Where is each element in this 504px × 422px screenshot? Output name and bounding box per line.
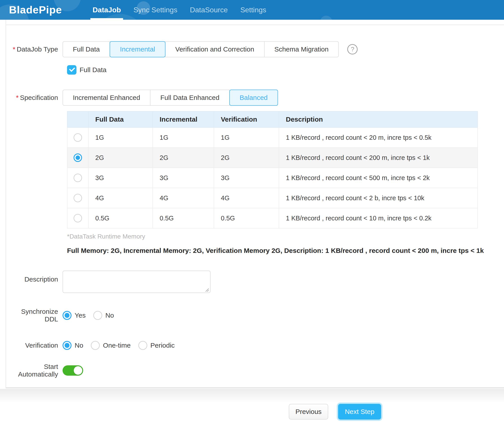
main-nav: DataJob Sync Settings DataSource Setting… [86, 0, 273, 20]
verification-row: Verification No One-time Periodic [6, 340, 504, 350]
spec-option-incremental-enhanced[interactable]: Incremental Enhanced [63, 90, 150, 106]
nav-tab-settings[interactable]: Settings [234, 0, 273, 20]
ddl-option-no[interactable]: No [93, 311, 114, 320]
verification-option-one-time[interactable]: One-time [91, 341, 131, 350]
datajob-type-row: *DataJob Type Full Data Incremental Veri… [6, 41, 504, 57]
col-verification: Verification [214, 111, 279, 128]
col-incremental: Incremental [153, 111, 214, 128]
datajob-type-group: Full Data Incremental Verification and C… [63, 41, 339, 57]
synchronize-ddl-row: Synchronize DDL Yes No [6, 311, 504, 320]
spec-row-radio[interactable] [73, 214, 82, 223]
col-radio [67, 111, 88, 128]
footer-shadow [0, 389, 504, 403]
spec-table-row[interactable]: 0.5G 0.5G 0.5G 1 KB/record , record coun… [67, 208, 478, 228]
spec-table-row[interactable]: 2G 2G 2G 1 KB/record , record count < 20… [67, 148, 478, 168]
datajob-form-card: *DataJob Type Full Data Incremental Veri… [6, 20, 504, 388]
spec-option-full-data-enhanced[interactable]: Full Data Enhanced [150, 90, 230, 106]
radio-icon[interactable] [138, 341, 147, 350]
spec-option-balanced[interactable]: Balanced [229, 90, 278, 106]
toggle-knob [74, 366, 82, 375]
radio-icon[interactable] [63, 341, 72, 350]
spec-row-radio[interactable] [73, 194, 82, 202]
card-header-divider [6, 20, 504, 25]
logo-bubble [320, 16, 332, 20]
description-textarea[interactable] [63, 270, 210, 293]
nav-tab-sync-settings[interactable]: Sync Settings [127, 0, 184, 20]
next-step-button[interactable]: Next Step [338, 404, 381, 420]
start-automatically-row: Start Automatically [6, 365, 504, 376]
full-data-checkbox[interactable] [67, 65, 77, 75]
spec-table-row[interactable]: 1G 1G 1G 1 KB/record , record count < 20… [67, 128, 478, 148]
start-automatically-label: Start Automatically [6, 363, 63, 378]
radio-icon[interactable] [63, 311, 72, 320]
full-data-checkbox-row: Full Data [67, 65, 504, 75]
app-logo[interactable]: BladePipe [9, 0, 62, 20]
type-option-full-data[interactable]: Full Data [63, 41, 110, 57]
synchronize-ddl-label: Synchronize DDL [6, 308, 63, 323]
col-full-data: Full Data [88, 111, 153, 128]
verification-option-periodic[interactable]: Periodic [138, 341, 175, 350]
datajob-type-label: *DataJob Type [6, 46, 63, 53]
footer-bar: Previous Next Step [0, 389, 504, 422]
specification-group: Incremental Enhanced Full Data Enhanced … [63, 90, 278, 106]
verification-label: Verification [6, 342, 63, 349]
type-option-verification[interactable]: Verification and Correction [165, 41, 264, 57]
description-row: Description [6, 270, 504, 294]
radio-icon[interactable] [93, 311, 102, 320]
type-option-schema[interactable]: Schema Migration [264, 41, 339, 57]
verification-option-no[interactable]: No [63, 341, 83, 350]
spec-table: Full Data Incremental Verification Descr… [67, 111, 478, 229]
radio-icon[interactable] [91, 341, 100, 350]
spec-row-radio[interactable] [73, 153, 82, 162]
required-asterisk: * [16, 94, 19, 101]
specification-row: *Specification Incremental Enhanced Full… [6, 90, 504, 106]
nav-tab-datasource[interactable]: DataSource [184, 0, 234, 20]
start-automatically-toggle[interactable] [63, 365, 83, 376]
spec-table-row[interactable]: 4G 4G 4G 1 KB/record , record count < 2 … [67, 188, 478, 208]
datatask-runtime-memory-note: *DataTask Runtime Memory [67, 233, 504, 240]
type-option-incremental[interactable]: Incremental [110, 41, 165, 57]
specification-label: *Specification [6, 94, 63, 101]
spec-table-header: Full Data Incremental Verification Descr… [67, 111, 478, 128]
col-description: Description [279, 111, 478, 128]
previous-button[interactable]: Previous [289, 404, 328, 420]
spec-row-radio[interactable] [73, 133, 82, 142]
ddl-option-yes[interactable]: Yes [63, 311, 86, 320]
nav-tab-datajob[interactable]: DataJob [86, 0, 127, 20]
help-icon[interactable]: ? [347, 44, 358, 54]
spec-row-radio[interactable] [73, 174, 82, 182]
description-label: Description [6, 270, 63, 283]
top-navbar: BladePipe DataJob Sync Settings DataSour… [0, 0, 504, 20]
spec-table-row[interactable]: 3G 3G 3G 1 KB/record , record count < 50… [67, 168, 478, 188]
selected-spec-summary: Full Memory: 2G, Incremental Memory: 2G,… [67, 247, 504, 254]
datajob-form: *DataJob Type Full Data Incremental Veri… [6, 25, 504, 376]
full-data-checkbox-label: Full Data [80, 66, 107, 74]
required-asterisk: * [13, 46, 15, 53]
